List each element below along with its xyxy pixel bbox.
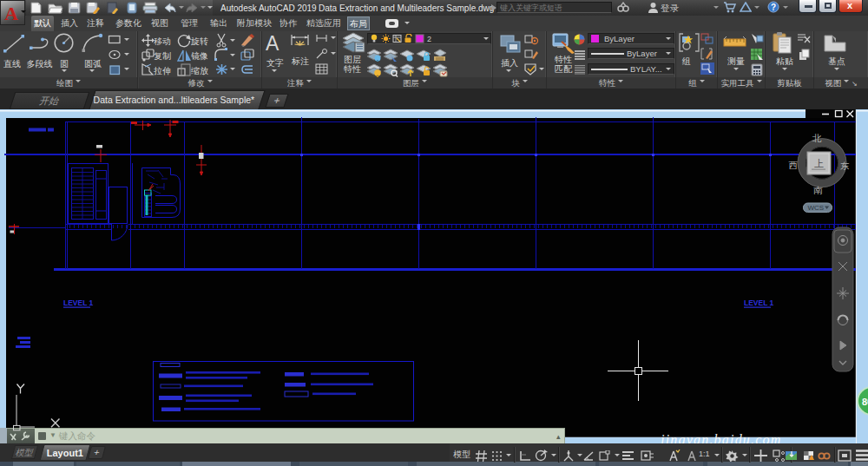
svg-text:南: 南: [813, 185, 823, 195]
svg-text:东: 东: [840, 161, 850, 171]
svg-text:?: ?: [771, 3, 776, 12]
svg-text:LEVEL 1: LEVEL 1: [63, 299, 94, 307]
svg-text:2: 2: [427, 35, 431, 43]
svg-text:北: 北: [812, 133, 822, 143]
svg-text:上: 上: [814, 158, 824, 168]
svg-text:WCS: WCS: [808, 204, 825, 212]
svg-text:LEVEL 1: LEVEL 1: [744, 299, 774, 307]
svg-text:A: A: [4, 3, 18, 24]
svg-text:西: 西: [789, 160, 799, 170]
